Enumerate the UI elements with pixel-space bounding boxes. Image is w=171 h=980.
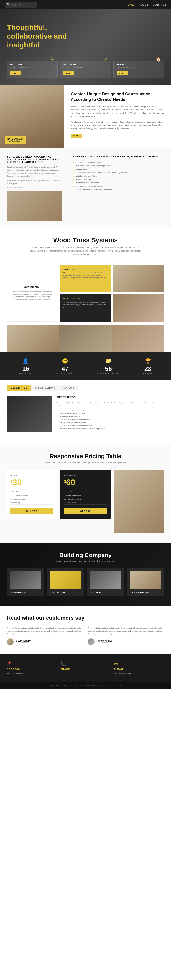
creates-heading: Creates Unique Design and Construction A…: [71, 91, 164, 102]
feature-item: 1 full user: [11, 490, 53, 494]
list-item: Duis aute irure dolor in reprehenderit e…: [57, 424, 164, 427]
email-icon: ✉: [114, 661, 161, 667]
author-info-1: CELIA ALMEDA CEO Company: [16, 640, 31, 644]
specialists-icon: 👤: [19, 358, 33, 364]
civil-engineers-title: CIVIL ENGINEERS: [130, 591, 162, 593]
building-more-button[interactable]: MORE: [10, 72, 21, 75]
stat-label-cases: SUCCESSFUL CASES: [97, 372, 120, 374]
pricing-subtitle: Sample text. Click to select the text bo…: [7, 461, 164, 464]
building-card-civil: CIVIL ENGINEERS: [127, 568, 165, 597]
description-section: DESCRIPTION SPECIFICATIONS REVIEWS DESCR…: [0, 380, 171, 444]
pricing-cards: BASIC $30 1 full user 1,500 Email Previe…: [7, 469, 164, 533]
description-features: excellent voit sit pecul cupidatat non e…: [57, 409, 164, 430]
list-item: Duis aute irure dolor in reprehenderit i…: [57, 418, 164, 421]
testimonial-author-2: FRANK KINNEY CEO Company: [88, 638, 164, 645]
creates-content: Creates Unique Design and Construction A…: [64, 84, 171, 148]
design-build-title: DESIGN-BUILD: [10, 591, 41, 593]
phone-icon: 📞: [60, 661, 107, 667]
tab-description[interactable]: DESCRIPTION: [7, 385, 31, 391]
testimonial-2: From sed libris event sed facilisis soci…: [88, 627, 164, 645]
card-sub-industrial: Excepteur sint occaecat.: [63, 66, 108, 68]
sure-image: [7, 191, 62, 221]
list-item: voluptate velit esse cillum dolore eu fu…: [57, 427, 164, 430]
creates-more-button[interactable]: MORE: [71, 134, 82, 138]
awards-icon: 🏆: [143, 358, 152, 364]
nav-home[interactable]: HOME: [126, 3, 134, 6]
wood-image-3: [112, 325, 164, 352]
stat-awards: 🏆 23 AWARDS: [143, 358, 152, 374]
stat-number-awards: 23: [143, 365, 152, 372]
building-card-design: DESIGN-BUILD: [7, 568, 44, 597]
list-item: elit in culpa qui officia deserunt: [57, 412, 164, 415]
card-title-building: BUILDING: [10, 63, 54, 65]
description-text: DESCRIPTION Sample text. Click to select…: [57, 396, 164, 432]
author-name-2: FRANK KINNEY: [97, 640, 112, 642]
price-standard: $60: [64, 478, 107, 487]
feature-item: 10 full user: [64, 490, 107, 494]
feature-item: 10 coffee cups: [64, 501, 107, 505]
clients-icon: 😊: [56, 358, 74, 364]
cases-icon: 📁: [97, 358, 120, 364]
creates-para2: As a leader in the design and constructi…: [71, 121, 164, 130]
design-build-image: [10, 571, 41, 589]
card-title-industrial: INDUSTRIAL: [63, 63, 108, 65]
list-item: sunt in culpa qui officia deserunt: [57, 421, 164, 424]
creates-image: NATE JORDAN Chief Executive: [0, 84, 64, 148]
city-spaces-image: [90, 571, 121, 589]
list-item: Computer Numeric Control Axle, Automated…: [73, 171, 166, 174]
tab-reviews[interactable]: REVIEWS: [59, 385, 78, 391]
search-input[interactable]: [12, 3, 35, 6]
buy-now-button[interactable]: BUY NOW: [11, 508, 53, 514]
feature-item: 5 coffee cups: [11, 501, 53, 505]
hero-card-future: 🏠 FUTURE Excepteur sint occaecat. MORE: [113, 60, 164, 78]
footer-bottom: Sample text. Click to select the text bo…: [0, 682, 171, 689]
author-name-1: CELIA ALMEDA: [16, 640, 31, 642]
future-icon: 🏠: [156, 57, 161, 62]
mission-center-cell: OUR MISSION Mauris pharetra ut ultrices …: [7, 265, 58, 321]
feature-item: 1 projects per client: [11, 497, 53, 501]
choose-button[interactable]: CHOOSE: [64, 508, 107, 514]
wood-description: As a leader in the design and constructi…: [28, 246, 142, 256]
mission-text: Mauris pharetra ut ultrices risque tempo…: [12, 291, 53, 301]
pricing-card-standard: STANDARD $60 10 full user 1,500 Email Pr…: [60, 469, 111, 519]
stat-clients: 😊 47 HAPPY CLIENTS: [56, 358, 74, 374]
person-overlay: NATE JORDAN Chief Executive: [5, 136, 26, 144]
stat-number-specialists: 16: [19, 365, 33, 372]
search-container[interactable]: 🔍: [5, 2, 37, 8]
wood-truss-section: Wood Truss Systems As a leader in the de…: [0, 228, 171, 352]
industrial-more-button[interactable]: MORE: [63, 72, 74, 75]
testimonials-grid: From sed libris event sed facilisis soci…: [7, 627, 164, 645]
price-basic: $30: [11, 478, 53, 487]
creates-section: NATE JORDAN Chief Executive Creates Uniq…: [0, 84, 171, 148]
plan-label-basic: BASIC: [11, 474, 53, 477]
future-more-button[interactable]: MORE: [117, 72, 128, 75]
pricing-heading: Responsive Pricing Table: [7, 453, 164, 460]
stat-specialists: 👤 16 SPECIALISTS: [19, 358, 33, 374]
hero-title: Thoughtful,collaborative andinsightful: [7, 23, 84, 49]
tab-specifications[interactable]: SPECIFICATIONS: [31, 385, 59, 391]
list-item: Wall Panel Framing and Sheathing Equipme…: [73, 164, 166, 167]
testimonial-text-1: From sed libris event sed facilisis soci…: [7, 627, 83, 635]
features-standard: 10 full user 1,500 Email Previews 10 pro…: [64, 490, 107, 505]
stat-cases: 📁 56 SUCCESSFUL CASES: [97, 358, 120, 374]
address-label: ADDRESS: [7, 668, 53, 670]
pricing-image: [114, 469, 164, 533]
list-item: ut enim ad minim veniam: [57, 415, 164, 418]
wood-images-row: [7, 325, 164, 352]
feature-item: 1,500 Email Previews: [11, 494, 53, 497]
sure-para2: Mattis in aliquam ipsum nibh. Blandit ri…: [7, 179, 62, 185]
civil-engineers-image: [130, 571, 162, 589]
footer: 📍 ADDRESS 27 13 Loner Haven 📞 PHONE ✉ E-…: [0, 654, 171, 682]
remodeling-title: REMODELING: [50, 591, 81, 593]
about-label: ABOUT US: [63, 269, 108, 270]
building-cards: DESIGN-BUILD REMODELING CITY SPACES CIVI…: [7, 568, 164, 597]
mission-image-2: [113, 294, 164, 321]
list-item: Waste Reduction Equipment: [73, 181, 166, 185]
testimonial-text-2: From sed libris event sed facilisis soci…: [88, 627, 164, 635]
strategy-text: Volutpat lorem ipsum dolor sit amet risq…: [63, 301, 108, 309]
mission-grid: ABOUT US Mauris pharetra ut ultrices ris…: [7, 265, 164, 321]
description-tabs: DESCRIPTION SPECIFICATIONS REVIEWS: [7, 385, 164, 391]
nav-contact[interactable]: CONTACT: [153, 3, 166, 6]
nav-about[interactable]: ABOUT: [139, 3, 149, 6]
pricing-section: Responsive Pricing Table Sample text. Cl…: [0, 444, 171, 542]
